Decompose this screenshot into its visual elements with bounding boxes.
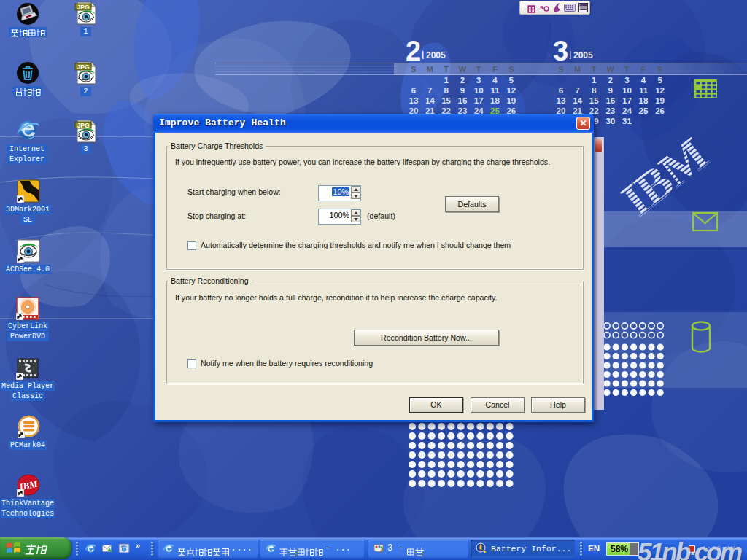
svg-text:31: 31	[622, 117, 632, 125]
svg-text:2: 2	[460, 76, 465, 85]
svg-text:4: 4	[492, 76, 498, 85]
svg-text:15: 15	[441, 96, 451, 105]
svg-text:2005: 2005	[426, 50, 446, 61]
svg-text:S: S	[508, 65, 514, 74]
svg-text:13: 13	[409, 96, 419, 105]
svg-text:JPG: JPG	[77, 63, 89, 71]
svg-text:26: 26	[655, 106, 665, 115]
svg-text:M: M	[427, 65, 433, 74]
svg-text:16: 16	[605, 96, 615, 105]
svg-text:30: 30	[605, 117, 615, 125]
svg-text:T: T	[592, 65, 597, 74]
svg-text:14: 14	[573, 96, 582, 105]
svg-text:17: 17	[474, 96, 484, 105]
svg-text:8: 8	[592, 86, 597, 95]
svg-text:5: 5	[509, 76, 514, 85]
svg-text:1: 1	[592, 76, 597, 85]
svg-text:6: 6	[411, 86, 416, 95]
svg-text:W: W	[459, 65, 467, 74]
svg-text:11: 11	[639, 86, 649, 95]
svg-text:S: S	[657, 65, 662, 74]
svg-text:T: T	[476, 65, 481, 74]
svg-text:8: 8	[444, 86, 449, 95]
svg-text:7: 7	[575, 86, 579, 95]
svg-text:4: 4	[641, 76, 646, 85]
svg-text:19: 19	[506, 96, 516, 105]
svg-text:5: 5	[657, 76, 662, 85]
svg-text:24: 24	[622, 106, 632, 115]
svg-text:19: 19	[655, 96, 665, 105]
svg-text:9: 9	[540, 4, 543, 11]
svg-text:25: 25	[639, 106, 649, 115]
svg-text:11: 11	[490, 86, 500, 95]
svg-text:13: 13	[557, 96, 566, 105]
svg-text:9: 9	[460, 86, 465, 95]
svg-text:T: T	[444, 65, 449, 74]
svg-text:12: 12	[506, 86, 516, 95]
svg-text:2005: 2005	[573, 50, 593, 61]
svg-text:W: W	[607, 65, 615, 74]
svg-text:18: 18	[639, 96, 649, 105]
svg-text:S: S	[411, 65, 416, 74]
svg-text:14: 14	[425, 96, 435, 105]
svg-text:6: 6	[559, 86, 563, 95]
svg-text:F: F	[492, 65, 498, 74]
svg-text:10: 10	[622, 86, 632, 95]
svg-text:3: 3	[553, 36, 568, 66]
svg-text:1: 1	[444, 76, 449, 85]
svg-text:9: 9	[608, 86, 613, 95]
svg-text:10: 10	[474, 86, 484, 95]
svg-text:17: 17	[622, 96, 632, 105]
svg-text:T: T	[624, 65, 630, 74]
svg-text:16: 16	[458, 96, 468, 105]
svg-text:15: 15	[589, 96, 599, 105]
svg-text:12: 12	[655, 86, 665, 95]
svg-text:F: F	[641, 65, 646, 74]
svg-text:7: 7	[427, 86, 432, 95]
svg-text:M: M	[574, 65, 581, 74]
svg-text:2: 2	[608, 76, 613, 85]
svg-text:18: 18	[490, 96, 500, 105]
svg-text:3: 3	[624, 76, 629, 85]
svg-text:23: 23	[605, 106, 615, 115]
svg-text:JPG: JPG	[77, 4, 89, 11]
svg-text:JPG: JPG	[77, 122, 89, 129]
svg-text:3: 3	[476, 76, 481, 85]
svg-text:S: S	[558, 65, 563, 74]
svg-text:2: 2	[406, 36, 421, 66]
